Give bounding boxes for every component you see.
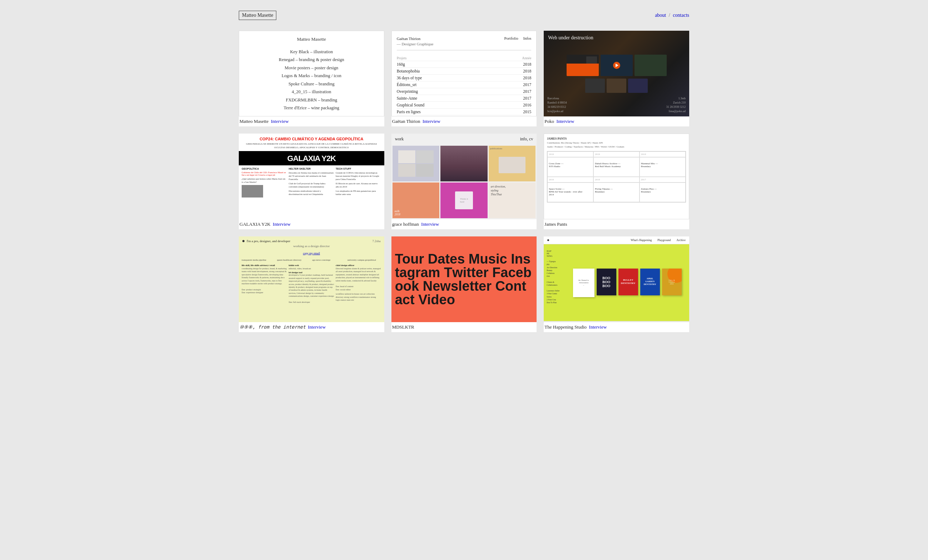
matteo-item-5: Spoke Culture – branding <box>288 80 334 88</box>
caption-link-happening[interactable]: Interview <box>589 324 607 330</box>
grace-cell-6: art direction,stylingThis/That <box>488 183 536 218</box>
table-row: Graphical Sound2016 <box>397 102 531 108</box>
gaetan-table: Projets Année 160g2018 Botanophobia2018 … <box>397 55 531 116</box>
happening-nav-1[interactable]: What's Happening <box>630 239 652 242</box>
happening-card-3: BULLETDENTISTRY <box>618 269 638 295</box>
galaxia-col-helter: HELTER SKELTER Descubra en Sienna tras m… <box>289 167 334 198</box>
happening-card-1: the Channel toAfforestation... <box>573 269 594 297</box>
happening-nav: What's Happening Playground Archive <box>630 239 685 242</box>
matteo-item-8: Terre d'Erice – wine packaging <box>284 104 339 112</box>
caption-name-grace: grace hoffman <box>392 221 419 227</box>
james-cell: Space Scene —BPM All Your sounds - ever … <box>547 183 594 202</box>
galaxia-col-title-geo: GEOPOLÍTICA <box>242 167 287 170</box>
grace-header: work info, cv <box>391 134 537 145</box>
james-header: JAMES PANTS Contributions: Bio (Strong T… <box>547 137 686 149</box>
caption-name-poko: Poko <box>545 119 554 124</box>
galaxia-col-title-helter: HELTER SKELTER <box>289 167 334 170</box>
galaxia-top: COP24: CAMBIO CLIMÁTICO Y AGENDA GEOPOLÍ… <box>239 134 384 152</box>
thumbnail-galaxia: COP24: CAMBIO CLIMÁTICO Y AGENDA GEOPOLÍ… <box>239 134 384 219</box>
mnml-top-sections: transparent media pipeline queen healthc… <box>239 259 384 261</box>
galaxia-top-title: COP24: CAMBIO CLIMÁTICO Y AGENDA GEOPOLÍ… <box>243 137 381 142</box>
thumbnail-grace: work info, cv <box>391 134 537 219</box>
about-link[interactable]: about <box>655 12 666 18</box>
galaxia-top-sub: GERUNDIAGA SE DERROTE UN RETO AZULEADO E… <box>243 143 381 150</box>
caption-james: James Pants <box>544 219 689 229</box>
happening-nav-2[interactable]: Playground <box>657 239 671 242</box>
happening-left-labels: HAPPENING — TypographyArt DirectionBotan… <box>546 250 559 304</box>
matteo-item-3: Movie posters – poster design <box>285 64 338 72</box>
galaxia-col-geo: GEOPOLÍTICA Gobierno de Chile del CID: F… <box>242 167 287 198</box>
caption-link-mnml[interactable]: Interview <box>308 324 326 330</box>
poko-content: Web under destruction <box>544 31 689 116</box>
grid-item-happening: What's Happening Playground Archive HAPP… <box>544 236 689 332</box>
happening-header-left <box>547 239 549 242</box>
james-cell: Cross Zone —NTS Radio <box>547 157 594 177</box>
table-row: Overprinting2017 <box>397 88 531 94</box>
matteo-item-2: Renegad – branding & poster design <box>279 56 344 64</box>
happening-cards: the Channel toAfforestation... BOOBOOBOO… <box>548 265 685 301</box>
james-grid: 2018 2018 2018 Cross Zone —NTS Radio Dab… <box>547 151 686 202</box>
grace-nav-info[interactable]: info, cv <box>520 137 533 142</box>
caption-name-mnml: ⑩⑨⑧, from the internet <box>240 324 306 330</box>
nav-separator: / <box>669 12 670 18</box>
happening-body: HAPPENING — TypographyArt DirectionBotan… <box>544 244 689 321</box>
page-wrapper: Matteo Masette about / contacts Matteo M… <box>232 0 696 339</box>
caption-link-galaxia[interactable]: Interview <box>273 221 291 227</box>
gaetan-nav-infos[interactable]: Infos <box>524 36 531 40</box>
caption-link-poko[interactable]: Interview <box>557 119 574 124</box>
mdslktr-content: Tour Dates Music Instagram Twitter Faceb… <box>391 236 537 322</box>
mnml-copy-email-link[interactable]: copy my email <box>303 252 320 255</box>
mnml-section-1: transparent media pipeline <box>242 259 276 261</box>
thumbnail-mdslktr: Tour Dates Music Instagram Twitter Faceb… <box>391 236 537 322</box>
mnml-section-4: university campus geopolitical <box>348 259 382 261</box>
grid-item-grace: work info, cv <box>391 134 537 229</box>
thumbnail-mnml: I'm a pro, designer, and developer 7.2sb… <box>239 236 384 322</box>
caption-link-grace[interactable]: Interview <box>421 221 439 227</box>
gaetan-content: Gaëtan Thirion — Designer Graphique Port… <box>391 31 537 116</box>
james-cell: Flying Tijuana —Boundary <box>594 183 640 202</box>
caption-name-mdslktr: MDSLKTR <box>392 324 414 330</box>
mnml-section-2: queen healthcare directory <box>277 259 311 261</box>
matteo-item-1: Key Black – illustration <box>290 48 333 56</box>
matteo-content: Matteo Masette Key Black – illustration … <box>239 31 384 116</box>
poko-contact-right: 1.3mbZurich 21031 20/2939 3212lima@poko.… <box>666 96 685 114</box>
grace-grid: publications milk2018 Think ithaul <box>391 145 537 219</box>
galaxia-col-tech: TECH STUFF Grunde de COP24 e bitcoineras… <box>336 167 382 198</box>
grace-cell-2 <box>440 146 488 181</box>
mnml-section-3: ago news concierge <box>312 259 346 261</box>
mnml-mid-1: life skill, life skills advisory/ retail… <box>242 264 287 304</box>
galaxia-col-title-tech: TECH STUFF <box>336 167 382 170</box>
grace-cell-1 <box>392 146 440 181</box>
mnml-copy-email[interactable]: copy my email <box>239 250 384 256</box>
caption-link-gaetan[interactable]: Interview <box>423 119 440 124</box>
grid-item-mnml: I'm a pro, designer, and developer 7.2sb… <box>239 236 384 332</box>
caption-link-matteo[interactable]: Interview <box>271 119 289 124</box>
table-row: 36 days of type2018 <box>397 74 531 81</box>
caption-mdslktr: MDSLKTR <box>391 322 537 332</box>
grid-item-james: JAMES PANTS Contributions: Bio (Strong T… <box>544 134 689 229</box>
gaetan-header: Gaëtan Thirion — Designer Graphique Port… <box>397 36 531 50</box>
mnml-time: 7.2sba <box>372 239 380 243</box>
happening-header: What's Happening Playground Archive <box>544 236 689 244</box>
galaxia-bottom: GEOPOLÍTICA Gobierno de Chile del CID: F… <box>239 165 384 199</box>
grid-item-matteo: Matteo Masette Key Black – illustration … <box>239 31 384 126</box>
grace-content: work info, cv <box>391 134 537 219</box>
happening-nav-3[interactable]: Archive <box>676 239 685 242</box>
gaetan-nav: Portfolio Infos <box>504 36 531 40</box>
gaetan-col-projets: Projets <box>397 55 498 61</box>
happening-content: What's Happening Playground Archive HAPP… <box>544 236 689 322</box>
grid-item-mdslktr: Tour Dates Music Instagram Twitter Faceb… <box>391 236 537 332</box>
gaetan-nav-portfolio[interactable]: Portfolio <box>504 36 518 40</box>
contacts-link[interactable]: contacts <box>673 12 689 18</box>
matteo-item-7: FXDGRMLBRN – branding <box>285 96 337 104</box>
mnml-dot <box>243 240 244 242</box>
thumbnail-gaetan: Gaëtan Thirion — Designer Graphique Port… <box>391 31 537 116</box>
poko-title: Web under destruction <box>548 35 593 41</box>
galaxia-img <box>242 185 263 198</box>
james-content: JAMES PANTS Contributions: Bio (Strong T… <box>544 134 689 219</box>
caption-poko: Poko Interview <box>544 116 689 126</box>
galaxia-main-title: GALAXIA Y2K <box>241 154 382 163</box>
caption-name-james: James Pants <box>545 221 567 227</box>
main-grid: Matteo Masette Key Black – illustration … <box>239 31 689 332</box>
grace-nav-work[interactable]: work <box>395 137 404 142</box>
